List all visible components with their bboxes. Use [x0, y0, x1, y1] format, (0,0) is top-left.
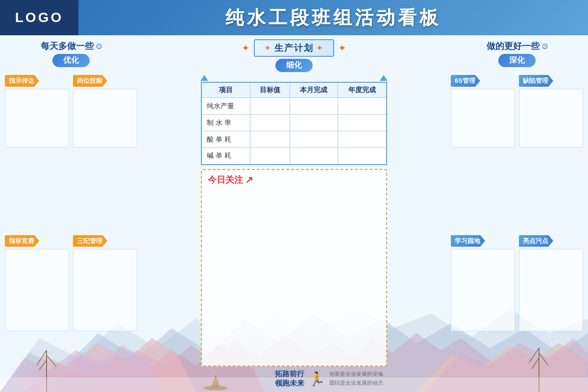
- 6s-label: 6S管理: [451, 75, 515, 87]
- table-cell: [338, 148, 387, 165]
- plan-title-row: ✦ ✦ 生产计划 ✦ ✦: [242, 39, 346, 57]
- left-upper-grid: 指示传达 岗位技能: [5, 75, 137, 227]
- right-motto-badge: 深化: [498, 54, 536, 67]
- slogan-texts: 拓路前行 领跑未来: [275, 369, 304, 388]
- today-focus-title: 今日关注 ↗: [208, 174, 380, 186]
- left-section-sanji: 三纪管理: [73, 235, 137, 388]
- table-cell: [290, 131, 338, 148]
- table-header-month: 本月完成: [290, 82, 338, 98]
- right-section-liangdian: 亮点污点: [519, 235, 583, 388]
- table-header-item: 项目: [201, 82, 250, 98]
- 6s-box: [451, 89, 515, 147]
- xuexiyuandi-label: 学习园地: [451, 235, 515, 247]
- slogan-sub-texts: 创新是企业发展的灵魂 团结是企业发展的动力: [329, 370, 383, 387]
- table-cell: 纯水产量: [201, 98, 250, 115]
- main-content: 每天多做一些 ⊙ 优化 指示传达 岗位技能: [0, 35, 588, 392]
- slogan-main-2: 领跑未来: [275, 379, 304, 388]
- right-lower-grid: 学习园地 亮点污点: [451, 235, 583, 388]
- plan-plus-right: ✦: [317, 44, 323, 52]
- right-arrow-icon: ⊙: [96, 42, 102, 51]
- left-motto-text: 每天多做一些 ⊙: [41, 40, 102, 52]
- plan-sub-badge: 细化: [275, 59, 313, 72]
- right-upper-grid: 6S管理 缺陷管理: [451, 75, 583, 227]
- right-arrow-icon-r: ⊙: [541, 42, 548, 51]
- logo-box: LOGO: [0, 0, 78, 35]
- table-header-year: 年度完成: [338, 82, 387, 98]
- table-cell: [290, 115, 338, 131]
- table-cell: [250, 148, 290, 165]
- jingbiao-box: [5, 249, 69, 331]
- sanji-label: 三纪管理: [73, 235, 137, 247]
- table-cell: 碱 单 耗: [201, 148, 250, 165]
- right-motto: 做的更好一些 ⊙ 深化: [451, 40, 583, 67]
- table-cell: 酸 单 耗: [201, 131, 250, 148]
- left-section-zhishi: 指示传达: [5, 75, 69, 227]
- bottom-slogans: 拓路前行 领跑未来 🏃 创新是企业发展的灵魂 团结是企业发展的动力: [201, 369, 387, 388]
- liangdian-box: [519, 249, 583, 331]
- liangdian-label: 亮点污点: [519, 235, 583, 247]
- table-row: 制 水 率: [201, 115, 387, 131]
- gangwei-label: 岗位技能: [73, 75, 137, 87]
- table-row: 纯水产量: [201, 98, 387, 115]
- table-cell: [290, 98, 338, 115]
- xuexiyuandi-box: [451, 249, 515, 331]
- left-motto-badge: 优化: [52, 54, 90, 67]
- table-row: 酸 单 耗: [201, 131, 387, 148]
- table-cell: [250, 98, 290, 115]
- jingbiao-label: 指标竞赛: [5, 235, 69, 247]
- production-table: 项目 目标值 本月完成 年度完成 纯水产量制 水 率酸 单 耗碱 单 耗: [201, 82, 387, 165]
- table-cell: [250, 115, 290, 131]
- table-cell: [338, 131, 387, 148]
- today-arrow-icon: ↗: [245, 174, 253, 186]
- sanji-box: [73, 249, 137, 331]
- header-title: 纯水工段班组活动看板: [78, 0, 588, 35]
- table-header-target: 目标值: [250, 82, 290, 98]
- today-focus-box: 今日关注 ↗: [201, 169, 387, 367]
- plan-title-box: ✦ 生产计划 ✦: [254, 39, 334, 57]
- runner-icon: 🏃: [308, 371, 325, 387]
- right-section-6s: 6S管理: [451, 75, 515, 227]
- slogan-row: 拓路前行 领跑未来 🏃 创新是企业发展的灵魂 团结是企业发展的动力: [275, 369, 383, 388]
- table-cell: [338, 98, 387, 115]
- center-panel: ✦ ✦ 生产计划 ✦ ✦ 细化 项目 目标值 本月完成 年: [142, 35, 446, 392]
- plan-plus-left: ✦: [265, 44, 271, 52]
- table-cell: 制 水 率: [201, 115, 250, 131]
- zhishi-label: 指示传达: [5, 75, 69, 87]
- right-section-quexian: 缺陷管理: [519, 75, 583, 227]
- left-motto: 每天多做一些 ⊙ 优化: [5, 40, 137, 67]
- gangwei-box: [73, 89, 137, 147]
- arrow-up-left: [200, 75, 208, 81]
- logo-text: LOGO: [15, 10, 63, 25]
- table-row: 碱 单 耗: [201, 148, 387, 165]
- left-section-gangwei: 岗位技能: [73, 75, 137, 227]
- slogan-main-1: 拓路前行: [275, 369, 304, 379]
- left-lower-grid: 指标竞赛 三纪管理: [5, 235, 137, 388]
- quexian-label: 缺陷管理: [519, 75, 583, 87]
- plan-deco-right: ✦: [338, 42, 346, 54]
- center-arrows: [198, 75, 390, 82]
- quexian-box: [519, 89, 583, 147]
- plan-header: ✦ ✦ 生产计划 ✦ ✦ 细化: [242, 39, 346, 72]
- plan-deco-left: ✦: [242, 42, 250, 54]
- table-cell: [338, 115, 387, 131]
- left-section-jingbiao: 指标竞赛: [5, 235, 69, 388]
- left-panel: 每天多做一些 ⊙ 优化 指示传达 岗位技能: [0, 35, 142, 392]
- zhishi-box: [5, 89, 69, 147]
- table-cell: [290, 148, 338, 165]
- right-panel: 做的更好一些 ⊙ 深化 6S管理 缺陷管理: [446, 35, 588, 392]
- right-motto-text: 做的更好一些 ⊙: [487, 40, 548, 52]
- arrow-up-right: [380, 75, 388, 81]
- table-cell: [250, 131, 290, 148]
- right-section-xuexiyuandi: 学习园地: [451, 235, 515, 388]
- header: LOGO 纯水工段班组活动看板: [0, 0, 588, 35]
